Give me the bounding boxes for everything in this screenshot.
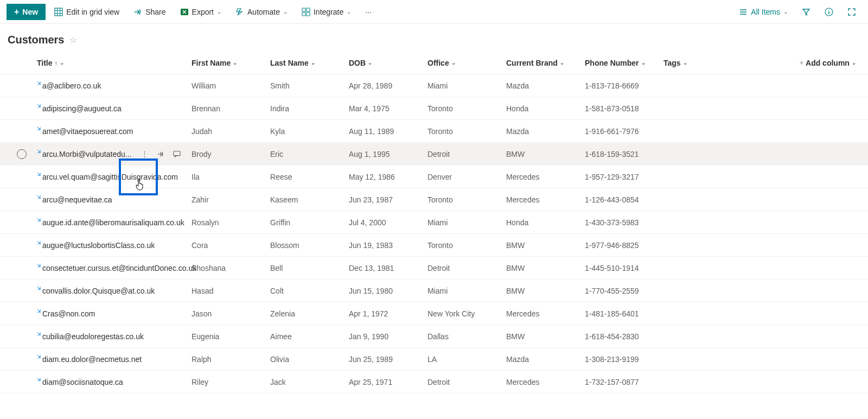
ellipsis-icon: ··· bbox=[365, 8, 372, 16]
table-row[interactable]: ⇲augue@luctuslobortisClass.co.ukCoraBlos… bbox=[0, 234, 868, 257]
cell-dob: Mar 4, 1975 bbox=[344, 104, 423, 113]
col-header-last-name[interactable]: Last Name⌄ bbox=[266, 59, 344, 67]
cell-dob: Apr 25, 1971 bbox=[344, 378, 423, 386]
export-button[interactable]: Export ⌄ bbox=[175, 4, 227, 20]
row-actions: ⋮ bbox=[137, 147, 184, 162]
cell-title[interactable]: ⇲augue.id.ante@liberomaurisaliquam.co.uk bbox=[33, 218, 187, 227]
cell-phone: 1-618-454-2830 bbox=[580, 332, 659, 341]
table-row[interactable]: ⇲convallis.dolor.Quisque@at.co.ukHasadCo… bbox=[0, 280, 868, 302]
cell-title[interactable]: ⇲arcu@nequevitae.ca bbox=[33, 195, 187, 204]
cell-title[interactable]: ⇲diam.eu.dolor@necmetus.net bbox=[33, 355, 187, 364]
col-header-label: Phone Number bbox=[585, 59, 639, 67]
cell-title[interactable]: ⇲augue@luctuslobortisClass.co.uk bbox=[33, 241, 187, 250]
view-selector[interactable]: All Items ⌄ bbox=[733, 4, 793, 20]
cell-phone: 1-770-455-2559 bbox=[580, 287, 659, 295]
title-text: diam.eu.dolor@necmetus.net bbox=[42, 355, 142, 364]
table-header-row: Title ↑ ⌄ First Name⌄ Last Name⌄ DOB⌄ Of… bbox=[0, 52, 868, 74]
table-row[interactable]: ⇲diam.eu.dolor@necmetus.netRalphOliviaJu… bbox=[0, 348, 868, 371]
table-row[interactable]: ⇲consectetuer.cursus.et@tinciduntDonec.c… bbox=[0, 257, 868, 280]
cell-dob: May 12, 1986 bbox=[344, 173, 423, 181]
table-row[interactable]: ⇲Cras@non.comJasonZeleniaApr 1, 1972New … bbox=[0, 302, 868, 325]
cell-first-name: Ila bbox=[187, 173, 266, 181]
row-selector[interactable] bbox=[11, 149, 33, 159]
integrate-button[interactable]: Integrate ⌄ bbox=[296, 4, 356, 20]
chevron-down-icon: ⌄ bbox=[783, 9, 788, 15]
cell-title[interactable]: ⇲convallis.dolor.Quisque@at.co.uk bbox=[33, 287, 187, 295]
chevron-down-icon: ⌄ bbox=[451, 60, 456, 66]
edit-grid-view-button[interactable]: Edit in grid view bbox=[49, 4, 125, 20]
col-header-office[interactable]: Office⌄ bbox=[423, 59, 502, 67]
cell-office: Toronto bbox=[423, 241, 502, 250]
col-header-label: Current Brand bbox=[506, 59, 558, 67]
link-indicator-icon: ⇲ bbox=[37, 285, 41, 291]
link-indicator-icon: ⇲ bbox=[37, 263, 41, 268]
cell-title[interactable]: ⇲a@aclibero.co.uk bbox=[33, 81, 187, 90]
cell-dob: Dec 13, 1981 bbox=[344, 264, 423, 272]
list-table: Title ↑ ⌄ First Name⌄ Last Name⌄ DOB⌄ Of… bbox=[0, 52, 868, 393]
title-text: a@aclibero.co.uk bbox=[42, 81, 101, 90]
table-row[interactable]: ⇲adipiscing@augueut.caBrennanIndiraMar 4… bbox=[0, 97, 868, 120]
col-header-phone[interactable]: Phone Number⌄ bbox=[580, 59, 659, 67]
cell-phone: 1-813-718-6669 bbox=[580, 81, 659, 90]
filter-button[interactable] bbox=[796, 4, 816, 20]
table-row[interactable]: ⇲arcu.vel.quam@sagittisDuisgravida.comIl… bbox=[0, 166, 868, 188]
cell-first-name: Brody bbox=[187, 150, 266, 158]
title-text: Cras@non.com bbox=[42, 309, 95, 318]
table-row[interactable]: ⇲diam@sociisnatoque.caRileyJackApr 25, 1… bbox=[0, 371, 868, 393]
table-row[interactable]: ⇲arcu.Morbi@vulputatedu...⋮BrodyEricAug … bbox=[0, 143, 868, 166]
svg-rect-16 bbox=[174, 151, 180, 155]
cell-brand: BMW bbox=[502, 287, 580, 295]
command-bar: + New Edit in grid view Share Export ⌄ A… bbox=[0, 0, 868, 24]
cell-phone: 1-732-157-0877 bbox=[580, 378, 659, 386]
share-icon bbox=[133, 8, 142, 16]
table-row[interactable]: ⇲a@aclibero.co.ukWilliamSmithApr 28, 198… bbox=[0, 74, 868, 97]
cell-dob: Jun 23, 1987 bbox=[344, 195, 423, 204]
cell-title[interactable]: ⇲consectetuer.cursus.et@tinciduntDonec.c… bbox=[33, 264, 187, 272]
cell-title[interactable]: ⇲arcu.Morbi@vulputatedu...⋮ bbox=[33, 147, 187, 162]
cell-title[interactable]: ⇲adipiscing@augueut.ca bbox=[33, 104, 187, 113]
col-header-title[interactable]: Title ↑ ⌄ bbox=[33, 59, 187, 67]
table-row[interactable]: ⇲augue.id.ante@liberomaurisaliquam.co.uk… bbox=[0, 211, 868, 234]
cell-brand: Mercedes bbox=[502, 309, 580, 318]
cell-last-name: Colt bbox=[266, 287, 344, 295]
select-circle-icon[interactable] bbox=[17, 149, 27, 159]
more-button[interactable]: ··· bbox=[360, 4, 377, 20]
cell-brand: Mazda bbox=[502, 81, 580, 90]
cell-first-name: Ralph bbox=[187, 355, 266, 364]
cell-title[interactable]: ⇲diam@sociisnatoque.ca bbox=[33, 378, 187, 386]
cell-title[interactable]: ⇲amet@vitaeposuereat.com bbox=[33, 127, 187, 136]
cell-first-name: Hasad bbox=[187, 287, 266, 295]
col-header-tags[interactable]: Tags⌄ bbox=[659, 59, 732, 67]
table-row[interactable]: ⇲arcu@nequevitae.caZahirKaseemJun 23, 19… bbox=[0, 188, 868, 211]
cell-title[interactable]: ⇲Cras@non.com bbox=[33, 309, 187, 318]
link-indicator-icon: ⇲ bbox=[37, 331, 41, 337]
cell-office: Miami bbox=[423, 218, 502, 227]
row-more-button[interactable]: ⋮ bbox=[137, 147, 152, 162]
automate-button[interactable]: Automate ⌄ bbox=[230, 4, 293, 20]
share-button[interactable]: Share bbox=[128, 4, 171, 20]
new-button-label: New bbox=[22, 8, 38, 16]
col-header-add-column[interactable]: +Add column⌄ bbox=[795, 59, 860, 67]
col-header-current-brand[interactable]: Current Brand⌄ bbox=[502, 59, 580, 67]
table-row[interactable]: ⇲cubilia@eudoloregestas.co.ukEugeniaAime… bbox=[0, 325, 868, 348]
col-header-label: Office bbox=[427, 59, 449, 67]
cell-office: Detroit bbox=[423, 150, 502, 158]
cell-title[interactable]: ⇲cubilia@eudoloregestas.co.uk bbox=[33, 332, 187, 341]
cell-first-name: Jason bbox=[187, 309, 266, 318]
row-share-button[interactable] bbox=[153, 147, 168, 162]
list-title-bar: Customers ☆ bbox=[0, 24, 868, 52]
info-button[interactable] bbox=[819, 4, 839, 20]
expand-button[interactable] bbox=[842, 4, 861, 20]
favorite-star-icon[interactable]: ☆ bbox=[69, 35, 77, 45]
col-header-label: Add column bbox=[806, 59, 850, 67]
cell-title[interactable]: ⇲arcu.vel.quam@sagittisDuisgravida.com bbox=[33, 173, 187, 181]
cell-dob: Jun 25, 1989 bbox=[344, 355, 423, 364]
svg-rect-8 bbox=[302, 12, 305, 16]
col-header-first-name[interactable]: First Name⌄ bbox=[187, 59, 266, 67]
comment-icon bbox=[173, 150, 181, 158]
table-row[interactable]: ⇲amet@vitaeposuereat.comJudahKylaAug 11,… bbox=[0, 120, 868, 143]
new-button[interactable]: + New bbox=[7, 4, 46, 20]
row-comment-button[interactable] bbox=[169, 147, 184, 162]
link-indicator-icon: ⇲ bbox=[37, 80, 41, 86]
col-header-dob[interactable]: DOB⌄ bbox=[344, 59, 423, 67]
